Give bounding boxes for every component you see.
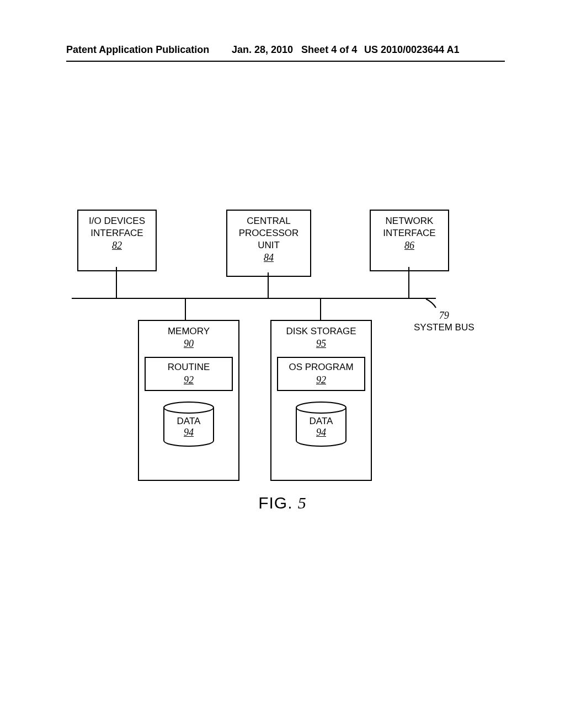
disk-data-cylinder: DATA 94 — [294, 401, 349, 471]
connector-disk — [320, 298, 321, 320]
memory-data-label: DATA — [177, 416, 201, 426]
routine-ref: 92 — [146, 374, 232, 387]
header-publication: Patent Application Publication — [66, 44, 209, 56]
network-block: NETWORK INTERFACE 86 — [370, 210, 449, 271]
block-diagram: I/O DEVICES INTERFACE 82 CENTRAL PROCESS… — [72, 210, 502, 496]
routine-label: ROUTINE — [146, 361, 232, 373]
net-label-1: NETWORK — [371, 215, 448, 227]
connector-io — [116, 267, 117, 298]
memory-title: MEMORY — [139, 325, 238, 338]
disk-data-label: DATA — [310, 416, 333, 426]
header-sheet: Sheet 4 of 4 — [301, 44, 357, 55]
io-label-2: INTERFACE — [78, 227, 156, 239]
bus-callout-icon — [425, 298, 440, 309]
net-label-2: INTERFACE — [371, 227, 448, 239]
header-date: Jan. 28, 2010 — [232, 44, 293, 55]
header-rule — [66, 61, 505, 62]
memory-block: MEMORY 90 ROUTINE 92 DATA 94 — [138, 320, 239, 481]
disk-data-text: DATA 94 — [294, 416, 349, 439]
disk-data-ref: 94 — [316, 427, 326, 438]
disk-header: DISK STORAGE 95 — [271, 325, 371, 357]
figure-label-text: FIG. — [258, 494, 292, 512]
os-program-block: OS PROGRAM 92 — [277, 357, 365, 390]
cpu-block: CENTRAL PROCESSOR UNIT 84 — [226, 210, 311, 277]
routine-block: ROUTINE 92 — [145, 357, 233, 390]
disk-title: DISK STORAGE — [271, 325, 371, 338]
memory-ref: 90 — [139, 338, 238, 350]
memory-data-ref: 94 — [184, 427, 194, 438]
bus-ref: 79 — [439, 310, 449, 321]
cpu-label-3: UNIT — [227, 239, 310, 251]
io-label-1: I/O DEVICES — [78, 215, 156, 227]
cpu-label-1: CENTRAL — [227, 215, 310, 227]
net-ref: 86 — [371, 239, 448, 252]
system-bus-line — [72, 298, 436, 299]
disk-block: DISK STORAGE 95 OS PROGRAM 92 DATA 94 — [270, 320, 372, 481]
svg-point-0 — [164, 402, 214, 413]
memory-header: MEMORY 90 — [139, 325, 238, 357]
header-pubnum: US 2010/0023644 A1 — [364, 44, 459, 56]
memory-data-cylinder: DATA 94 — [161, 401, 216, 471]
connector-memory — [185, 298, 186, 320]
bus-label: SYSTEM BUS — [414, 322, 475, 333]
connector-net — [408, 267, 409, 298]
os-program-label: OS PROGRAM — [278, 361, 364, 373]
connector-cpu — [268, 272, 269, 298]
svg-point-3 — [296, 402, 346, 413]
disk-ref: 95 — [271, 338, 371, 350]
header-mid: Jan. 28, 2010 Sheet 4 of 4 — [232, 44, 357, 56]
figure-caption: FIG. 5 — [0, 494, 565, 512]
bus-label-group: 79 SYSTEM BUS — [414, 310, 475, 333]
os-program-ref: 92 — [278, 374, 364, 387]
figure-number: 5 — [298, 494, 307, 512]
memory-data-text: DATA 94 — [161, 416, 216, 439]
cpu-label-2: PROCESSOR — [227, 227, 310, 239]
cpu-ref: 84 — [227, 251, 310, 264]
io-devices-block: I/O DEVICES INTERFACE 82 — [77, 210, 157, 271]
io-ref: 82 — [78, 239, 156, 252]
